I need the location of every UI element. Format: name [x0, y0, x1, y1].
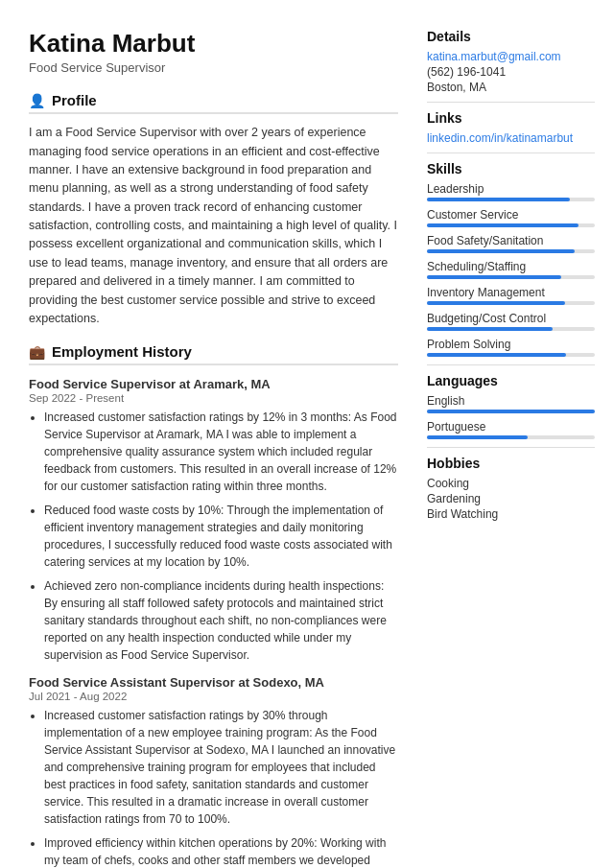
job-2-title: Food Service Assistant Supervisor at Sod…	[29, 675, 398, 690]
skills-section: Skills Leadership Customer Service Food …	[427, 161, 595, 357]
skill-label: Inventory Management	[427, 286, 595, 299]
skill-label: Budgeting/Cost Control	[427, 312, 595, 325]
job-2-dates: Jul 2021 - Aug 2022	[29, 691, 398, 702]
language-label: Portuguese	[427, 420, 595, 434]
hobby-item: Gardening	[427, 492, 595, 505]
languages-heading: Languages	[427, 373, 595, 388]
skill-label: Problem Solving	[427, 338, 595, 351]
skill-bar-bg	[427, 223, 595, 227]
languages-section: Languages English Portuguese	[427, 373, 595, 439]
candidate-title: Food Service Supervisor	[29, 60, 398, 75]
hobbies-section: Hobbies CookingGardeningBird Watching	[427, 456, 595, 521]
hobbies-list: CookingGardeningBird Watching	[427, 477, 595, 521]
skill-bar-fill	[427, 223, 579, 227]
language-item: English	[427, 394, 595, 413]
job-2-bullets: Increased customer satisfaction ratings …	[29, 707, 398, 868]
divider-4	[427, 447, 595, 448]
details-section: Details katina.marbut@gmail.com (562) 19…	[427, 29, 595, 94]
skills-list: Leadership Customer Service Food Safety/…	[427, 182, 595, 357]
skill-label: Leadership	[427, 182, 595, 196]
skill-bar-bg	[427, 249, 595, 253]
details-heading: Details	[427, 29, 595, 44]
employment-heading: Employment History	[52, 343, 192, 360]
language-bar-fill	[427, 435, 528, 439]
skill-item: Scheduling/Staffing	[427, 260, 595, 279]
skill-item: Food Safety/Sanitation	[427, 234, 595, 253]
skill-item: Customer Service	[427, 208, 595, 227]
skill-item: Inventory Management	[427, 286, 595, 305]
job-1-bullets: Increased customer satisfaction ratings …	[29, 409, 398, 664]
skill-bar-fill	[427, 198, 570, 201]
language-bar-bg	[427, 435, 595, 439]
links-section: Links linkedin.com/in/katinamarbut	[427, 110, 595, 145]
skill-bar-fill	[427, 275, 561, 279]
divider-1	[427, 102, 595, 103]
skill-bar-bg	[427, 275, 595, 279]
details-phone: (562) 196-1041	[427, 65, 595, 79]
language-bar-fill	[427, 410, 595, 413]
employment-icon: 💼	[29, 344, 45, 360]
job-1: Food Service Supervisor at Aramark, MA S…	[29, 377, 398, 664]
skill-label: Scheduling/Staffing	[427, 260, 595, 273]
profile-section: 👤 Profile I am a Food Service Supervisor…	[29, 92, 398, 328]
skills-heading: Skills	[427, 161, 595, 176]
job-2: Food Service Assistant Supervisor at Sod…	[29, 675, 398, 868]
skill-label: Customer Service	[427, 208, 595, 222]
details-email[interactable]: katina.marbut@gmail.com	[427, 50, 595, 63]
job-1-title: Food Service Supervisor at Aramark, MA	[29, 377, 398, 391]
language-item: Portuguese	[427, 420, 595, 439]
skill-item: Problem Solving	[427, 338, 595, 357]
resume-header: Katina Marbut Food Service Supervisor	[29, 29, 398, 75]
job-1-bullet-1: Increased customer satisfaction ratings …	[44, 409, 398, 495]
links-heading: Links	[427, 110, 595, 126]
skill-bar-fill	[427, 249, 575, 253]
skill-bar-fill	[427, 327, 553, 331]
hobby-item: Cooking	[427, 477, 595, 490]
skill-bar-fill	[427, 353, 566, 357]
skill-bar-fill	[427, 301, 565, 305]
job-1-bullet-2: Reduced food waste costs by 10%: Through…	[44, 502, 398, 571]
candidate-name: Katina Marbut	[29, 29, 398, 59]
job-2-bullet-1: Increased customer satisfaction ratings …	[44, 707, 398, 828]
skill-bar-bg	[427, 353, 595, 357]
profile-icon: 👤	[29, 93, 45, 108]
skill-bar-bg	[427, 301, 595, 305]
divider-3	[427, 364, 595, 365]
language-label: English	[427, 394, 595, 408]
skill-label: Food Safety/Sanitation	[427, 234, 595, 247]
skill-item: Leadership	[427, 182, 595, 201]
job-1-dates: Sep 2022 - Present	[29, 392, 398, 404]
language-bar-bg	[427, 410, 595, 413]
skill-item: Budgeting/Cost Control	[427, 312, 595, 331]
divider-2	[427, 152, 595, 153]
skill-bar-bg	[427, 327, 595, 331]
employment-section: 💼 Employment History Food Service Superv…	[29, 343, 398, 868]
job-1-bullet-3: Achieved zero non-compliance incidents d…	[44, 577, 398, 664]
skill-bar-bg	[427, 198, 595, 201]
details-location: Boston, MA	[427, 81, 595, 94]
profile-text: I am a Food Service Supervisor with over…	[29, 124, 398, 328]
hobby-item: Bird Watching	[427, 507, 595, 521]
links-linkedin[interactable]: linkedin.com/in/katinamarbut	[427, 131, 595, 145]
profile-heading: Profile	[52, 92, 97, 108]
job-2-bullet-2: Improved efficiency within kitchen opera…	[44, 834, 398, 868]
hobbies-heading: Hobbies	[427, 456, 595, 471]
languages-list: English Portuguese	[427, 394, 595, 439]
